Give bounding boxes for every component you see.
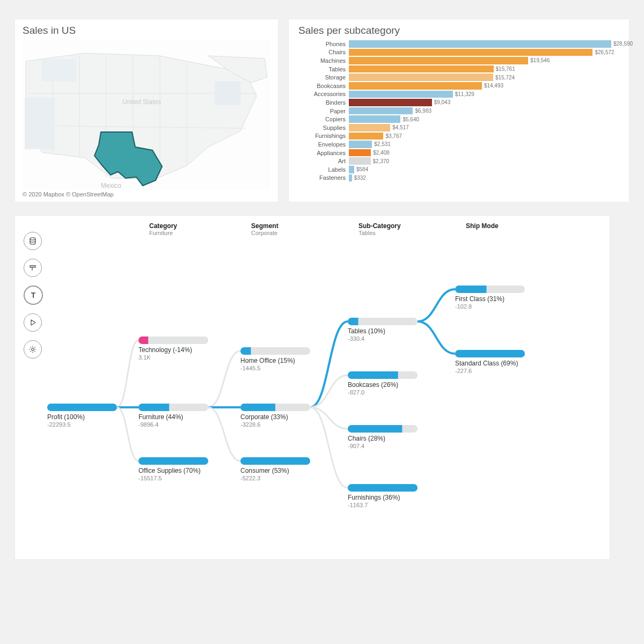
bar-value-label: $14,493 xyxy=(482,82,503,90)
tree-node-label[interactable]: Chairs (28%)-907.4 xyxy=(348,435,385,450)
svg-rect-2 xyxy=(42,59,76,82)
bar-value-label: $15,761 xyxy=(494,65,515,74)
sales-bar-panel: Sales per subcategory Phones$28,590Chair… xyxy=(289,19,629,202)
bar-value-label: $26,572 xyxy=(592,48,614,57)
decomposition-panel: T CategoryFurnitureSegmentCorporateSub-C… xyxy=(15,216,610,559)
bar-category-label: Art xyxy=(298,158,349,164)
bar-row[interactable]: Chairs$26,572 xyxy=(298,48,615,57)
tree-node-label[interactable]: Tables (10%)-330.4 xyxy=(348,327,385,343)
bar-category-label: Envelopes xyxy=(298,141,349,148)
svg-rect-1 xyxy=(25,98,55,149)
bar-category-label: Supplies xyxy=(298,125,349,131)
bar-category-label: Furnishings xyxy=(298,133,349,139)
bar-row[interactable]: Supplies$4,517 xyxy=(298,123,615,132)
tree-node-label[interactable]: Consumer (53%)-5222.3 xyxy=(240,467,289,482)
tree-node-label[interactable]: Bookcases (26%)-827.0 xyxy=(348,381,398,397)
bar-row[interactable]: Fasteners$332 xyxy=(298,174,615,182)
bar-category-label: Bookcases xyxy=(298,83,349,89)
bar-row[interactable]: Tables$15,761 xyxy=(298,65,615,74)
bar-value-label: $2,370 xyxy=(371,157,390,165)
bar-category-label: Phones xyxy=(298,41,349,47)
bar-row[interactable]: Art$2,370 xyxy=(298,157,615,165)
bar-category-label: Chairs xyxy=(298,49,349,55)
bar-category-label: Machines xyxy=(298,57,349,64)
bar-row[interactable]: Binders$9,043 xyxy=(298,98,615,107)
sales-bar-chart[interactable]: Phones$28,590Chairs$26,572Machines$19,54… xyxy=(298,40,615,182)
bar-value-label: $5,640 xyxy=(400,115,419,123)
tree-node-label[interactable]: Technology (-14%)3.1K xyxy=(138,346,192,362)
tree-column-header: CategoryFurniture xyxy=(149,222,177,236)
bar-value-label: $9,043 xyxy=(432,98,451,107)
bar-value-label: $6,983 xyxy=(413,107,431,115)
tree-column-header: Sub-CategoryTables xyxy=(358,222,401,236)
bar-category-label: Fasteners xyxy=(298,174,349,181)
tree-node-label[interactable]: Furnishings (36%)-1163.7 xyxy=(348,494,400,509)
bar-category-label: Paper xyxy=(298,108,349,114)
bar-category-label: Copiers xyxy=(298,116,349,122)
tree-node-label[interactable]: First Class (31%)-102.8 xyxy=(455,295,504,311)
bar-row[interactable]: Appliances$2,408 xyxy=(298,149,615,157)
bar-value-label: $28,590 xyxy=(611,40,633,48)
tree-node-label[interactable]: Corporate (33%)-3228.6 xyxy=(240,413,288,429)
bar-value-label: $2,408 xyxy=(371,149,390,157)
bar-row[interactable]: Paper$6,983 xyxy=(298,107,615,115)
bar-row[interactable]: Machines$19,546 xyxy=(298,56,615,65)
tree-column-header: SegmentCorporate xyxy=(251,222,279,236)
sales-map-panel: Sales in US xyxy=(15,19,278,202)
bar-category-label: Storage xyxy=(298,74,349,80)
map-title: Sales in US xyxy=(23,25,270,36)
bar-title: Sales per subcategory xyxy=(298,25,615,36)
svg-rect-3 xyxy=(215,82,240,105)
map-country-label: United States xyxy=(122,98,161,106)
bar-category-label: Accessories xyxy=(298,91,349,97)
tree-column-header: Ship Mode xyxy=(466,222,499,230)
map-mexico-label: Mexico xyxy=(101,182,121,189)
bar-row[interactable]: Envelopes$2,531 xyxy=(298,140,615,149)
bar-row[interactable]: Bookcases$14,493 xyxy=(298,82,615,90)
map-attribution: © 2020 Mapbox © OpenStreetMap xyxy=(23,191,270,197)
tree-node-label[interactable]: Office Supplies (70%)-15517.5 xyxy=(138,467,201,482)
bar-row[interactable]: Accessories$11,329 xyxy=(298,90,615,99)
us-map[interactable]: United States Mexico xyxy=(23,40,270,190)
tree-node-label[interactable]: Home Office (15%)-1445.5 xyxy=(240,357,295,372)
bar-category-label: Tables xyxy=(298,66,349,72)
tree-node-label[interactable]: Profit (100%)-22293.5 xyxy=(47,413,85,429)
bar-value-label: $584 xyxy=(354,165,368,174)
bar-value-label: $2,531 xyxy=(372,140,391,149)
bar-row[interactable]: Labels$584 xyxy=(298,165,615,174)
bar-value-label: $332 xyxy=(352,174,366,182)
bar-value-label: $11,329 xyxy=(453,90,474,99)
bar-row[interactable]: Phones$28,590 xyxy=(298,40,615,48)
tree-node-label[interactable]: Furniture (44%)-9896.4 xyxy=(138,413,183,429)
tree-node-label[interactable]: Standard Class (69%)-227.6 xyxy=(455,360,518,375)
svg-rect-7 xyxy=(138,336,208,344)
bar-row[interactable]: Furnishings$3,767 xyxy=(298,132,615,141)
bar-value-label: $4,517 xyxy=(390,123,409,132)
bar-category-label: Binders xyxy=(298,99,349,106)
bar-value-label: $19,546 xyxy=(528,56,550,65)
bar-category-label: Labels xyxy=(298,166,349,173)
bar-value-label: $3,767 xyxy=(383,132,402,141)
bar-row[interactable]: Copiers$5,640 xyxy=(298,115,615,123)
bar-value-label: $15,724 xyxy=(493,73,515,82)
bar-category-label: Appliances xyxy=(298,150,349,156)
bar-row[interactable]: Storage$15,724 xyxy=(298,73,615,82)
